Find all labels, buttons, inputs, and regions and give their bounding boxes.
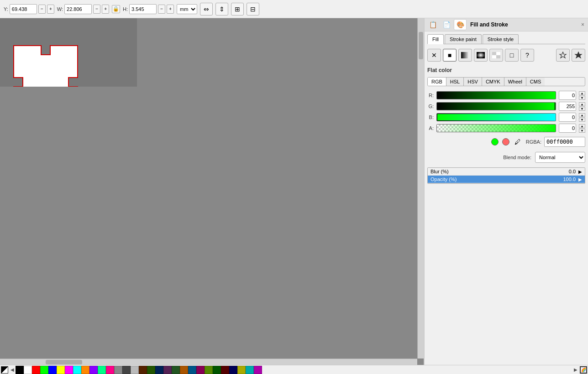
palette-color-swatch[interactable] xyxy=(40,366,48,374)
paint-type-pattern[interactable] xyxy=(489,49,503,62)
align-icon-2[interactable]: ⇕ xyxy=(215,3,228,16)
a-step-down[interactable]: ▼ xyxy=(579,129,585,133)
palette-fill-indicator[interactable] xyxy=(1,366,8,374)
b-value-input[interactable] xyxy=(559,113,576,122)
g-value-input[interactable] xyxy=(559,102,576,111)
palette-color-swatch[interactable] xyxy=(205,366,213,374)
h-plus-btn[interactable]: + xyxy=(167,5,174,14)
palette-color-swatch[interactable] xyxy=(106,366,114,374)
panel-tab-fill-stroke[interactable]: 🎨 xyxy=(454,19,467,30)
g-step-up[interactable]: ▲ xyxy=(579,102,585,106)
spectrum-icon[interactable]: 🌈 xyxy=(580,366,587,374)
fill-rule-evenodd[interactable] xyxy=(556,49,570,62)
color-mode-rgb[interactable]: RGB xyxy=(428,78,446,86)
r-step-up[interactable]: ▲ xyxy=(579,91,585,95)
v-scroll-thumb[interactable] xyxy=(419,32,423,59)
palette-color-swatch[interactable] xyxy=(139,366,147,374)
align-icon-1[interactable]: ⇔ xyxy=(200,3,213,16)
blend-mode-select[interactable]: Normal Multiply Screen Overlay Darken Li… xyxy=(535,152,585,163)
opacity-expand-arrow[interactable]: ▶ xyxy=(578,177,582,182)
palette-color-swatch[interactable] xyxy=(172,366,180,374)
palette-color-swatch[interactable] xyxy=(188,366,196,374)
fill-rule-nonzero[interactable] xyxy=(572,49,585,62)
palette-color-swatch[interactable] xyxy=(131,366,139,374)
h-scroll-thumb[interactable] xyxy=(46,360,82,364)
r-slider[interactable] xyxy=(436,91,556,99)
color-mode-hsl[interactable]: HSL xyxy=(446,78,464,86)
palette-scroll-right[interactable]: ▶ xyxy=(572,367,579,372)
h-minus-btn[interactable]: − xyxy=(158,5,165,14)
unit-select[interactable]: mmpxcmin xyxy=(177,4,197,14)
current-color-swatch[interactable] xyxy=(491,138,499,145)
paint-type-swatch[interactable]: □ xyxy=(505,49,519,62)
w-plus-btn[interactable]: + xyxy=(102,5,109,14)
w-input[interactable] xyxy=(64,4,92,14)
blur-expand-arrow[interactable]: ▶ xyxy=(578,169,582,174)
vertical-scrollbar[interactable] xyxy=(417,18,424,358)
panel-tab-object[interactable]: 📋 xyxy=(426,19,439,30)
r-step-down[interactable]: ▼ xyxy=(579,96,585,100)
panel-tab-xml[interactable]: 📄 xyxy=(440,19,453,30)
align-icon-4[interactable]: ⊟ xyxy=(247,3,259,16)
y-input[interactable] xyxy=(10,4,37,14)
w-minus-btn[interactable]: − xyxy=(93,5,100,14)
h-input[interactable] xyxy=(129,4,157,14)
g-slider[interactable] xyxy=(436,102,556,110)
palette-color-swatch[interactable] xyxy=(147,366,155,374)
palette-color-swatch[interactable] xyxy=(57,366,65,374)
palette-color-swatch[interactable] xyxy=(89,366,98,374)
palette-color-swatch[interactable] xyxy=(221,366,229,374)
eyedropper-btn[interactable]: 🖊 xyxy=(512,136,523,147)
palette-color-swatch[interactable] xyxy=(73,366,81,374)
b-step-down[interactable]: ▼ xyxy=(579,118,585,122)
sub-tab-stroke-style[interactable]: Stroke style xyxy=(483,34,519,44)
opacity-row[interactable]: Opacity (%) 100.0 ▶ xyxy=(428,176,585,183)
sub-tab-stroke-paint[interactable]: Stroke paint xyxy=(445,34,482,44)
a-slider[interactable] xyxy=(436,124,556,132)
b-step-up[interactable]: ▲ xyxy=(579,113,585,117)
palette-color-swatch[interactable] xyxy=(32,366,40,374)
color-mode-cms[interactable]: CMS xyxy=(526,78,545,86)
r-value-input[interactable] xyxy=(559,91,576,100)
y-minus-btn[interactable]: − xyxy=(38,5,46,14)
palette-color-swatch[interactable] xyxy=(24,366,32,374)
palette-color-swatch[interactable] xyxy=(122,366,131,374)
g-step-down[interactable]: ▼ xyxy=(579,107,585,111)
palette-scroll-left[interactable]: ◀ xyxy=(9,367,16,372)
palette-color-swatch[interactable] xyxy=(229,366,237,374)
paint-type-none[interactable]: ✕ xyxy=(427,49,441,62)
palette-color-swatch[interactable] xyxy=(180,366,188,374)
palette-color-swatch[interactable] xyxy=(16,366,24,374)
previous-color-swatch[interactable] xyxy=(502,138,509,145)
palette-color-swatch[interactable] xyxy=(114,366,122,374)
palette-color-swatch[interactable] xyxy=(237,366,246,374)
color-mode-cmyk[interactable]: CMYK xyxy=(482,78,504,86)
palette-color-swatch[interactable] xyxy=(163,366,172,374)
paint-type-radial[interactable] xyxy=(474,49,488,62)
palette-color-swatch[interactable] xyxy=(48,366,57,374)
color-mode-wheel[interactable]: Wheel xyxy=(504,78,526,86)
rgba-hex-input[interactable] xyxy=(544,137,585,147)
b-slider[interactable] xyxy=(436,113,556,121)
palette-color-swatch[interactable] xyxy=(254,366,262,374)
paint-type-flat[interactable]: ■ xyxy=(443,49,457,62)
horizontal-scrollbar[interactable] xyxy=(0,358,417,365)
palette-color-swatch[interactable] xyxy=(246,366,254,374)
palette-color-swatch[interactable] xyxy=(65,366,73,374)
sub-tab-fill[interactable]: Fill xyxy=(427,34,444,44)
align-icon-3[interactable]: ⊞ xyxy=(231,3,244,16)
a-step-up[interactable]: ▲ xyxy=(579,124,585,128)
a-value-input[interactable] xyxy=(559,124,576,133)
blur-row[interactable]: Blur (%) 0.0 ▶ xyxy=(428,168,585,176)
palette-color-swatch[interactable] xyxy=(98,366,106,374)
canvas-area[interactable]: Daniel Gan xyxy=(0,18,424,365)
paint-type-linear[interactable] xyxy=(458,49,472,62)
close-panel-btn[interactable]: × xyxy=(579,21,586,29)
lock-aspect-icon[interactable]: 🔒 xyxy=(112,5,120,13)
palette-color-swatch[interactable] xyxy=(213,366,221,374)
color-mode-hsv[interactable]: HSV xyxy=(464,78,482,86)
palette-color-swatch[interactable] xyxy=(196,366,205,374)
palette-color-swatch[interactable] xyxy=(81,366,89,374)
y-plus-btn[interactable]: + xyxy=(47,5,54,14)
palette-color-swatch[interactable] xyxy=(155,366,163,374)
